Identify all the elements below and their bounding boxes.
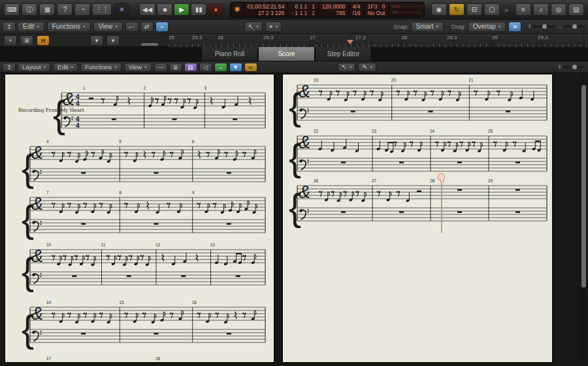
add-folder-button[interactable]: ⊞ <box>20 35 33 46</box>
score-system[interactable]: {&10111213 <box>5 242 274 289</box>
loops-browser-icon[interactable]: ◎ <box>551 3 566 16</box>
single-view-icon[interactable]: — <box>154 63 167 72</box>
score-system[interactable]: {&192021 <box>283 77 552 124</box>
rewind-button[interactable]: ◀◀ <box>139 3 155 16</box>
score-system[interactable]: {&22232425 <box>283 128 552 175</box>
score-page-2[interactable]: {&192021{&22232425{&26272829 <box>283 75 552 362</box>
score-pointer-tool-menu[interactable]: ↖▾ <box>338 63 355 72</box>
lcd-tempo-section[interactable]: 120.0000 786 <box>319 3 349 17</box>
lcd-tempo: 120.0000 <box>322 3 345 10</box>
lcd-midi-section[interactable]: 1F3 0 No Out <box>364 3 389 17</box>
play-button[interactable]: ▶ <box>174 3 189 16</box>
low-latency-icon[interactable]: ▢ <box>484 3 500 16</box>
drag-value: Overlap <box>473 23 496 30</box>
info-icon[interactable]: ⓘ <box>22 3 37 16</box>
score-functions-menu[interactable]: Functions▾ <box>80 63 122 72</box>
tools-icon[interactable]: ✕ <box>114 3 129 16</box>
snap-menu[interactable]: Smart▾ <box>411 22 444 32</box>
svg-text:20: 20 <box>391 78 397 82</box>
ruler-playhead-marker[interactable] <box>347 40 353 44</box>
tracks-functions-menu[interactable]: Functions▾ <box>47 22 91 32</box>
pointer-tool-menu[interactable]: ↖▾ <box>244 22 263 32</box>
svg-text:5: 5 <box>119 139 122 144</box>
link-mode-icon[interactable]: ∞ <box>244 63 257 72</box>
vertical-scrollbar-thumb[interactable] <box>581 85 586 288</box>
score-pencil-tool-menu[interactable]: ✎▾ <box>358 63 376 72</box>
link-icon[interactable]: ⌐· <box>125 22 139 32</box>
toolbar-overflow-chevron[interactable]: » <box>502 6 510 14</box>
track-zoom-menu[interactable]: ▾ <box>106 35 120 46</box>
lcd-time-section[interactable]: 01:00:52:21.54 27 2 3 226 <box>244 3 288 17</box>
lcd-mode-icon[interactable]: ✱ <box>231 3 244 17</box>
media-browser-icon[interactable]: ▤ <box>568 3 584 16</box>
mixer-icon[interactable]: ▦ <box>39 3 55 16</box>
score-playhead-line[interactable] <box>441 179 442 233</box>
tracks-area-toolbar: ↥ Edit▾Functions▾View▾ ⌐·⇄» ↖▾ ⌖▾ Snap: … <box>0 20 588 34</box>
lcd-display[interactable]: ✱ 01:00:52:21.54 27 2 3 226 0 1 1 1 - 1 … <box>230 2 425 18</box>
page-view-icon[interactable]: ▤ <box>184 63 197 72</box>
stop-button[interactable]: ■ <box>157 3 172 16</box>
dial-icon[interactable]: ◔ <box>74 3 90 16</box>
list-editors-icon[interactable]: ≡ <box>515 3 531 16</box>
secondary-tool-menu[interactable]: ⌖▾ <box>265 22 282 32</box>
score-editor-canvas[interactable]: Recording From My Heart {&4444123{&456{&… <box>0 73 588 366</box>
score-system[interactable]: {&4444123 <box>5 85 274 132</box>
waveform-zoom-button[interactable]: ≋ <box>508 22 521 32</box>
ruler-label: 29 <box>492 35 498 41</box>
hide-tracks-button[interactable]: H <box>37 35 50 46</box>
score-layout-menu[interactable]: Layout▾ <box>18 63 50 72</box>
drag-menu[interactable]: Overlap▾ <box>468 22 506 32</box>
note-pads-icon[interactable]: ♪ <box>533 3 549 16</box>
sliders-icon[interactable]: ⋮⋮ <box>92 3 112 16</box>
library-button-group: ⌨ⓘ▦?◔⋮⋮✕ <box>4 3 129 16</box>
pause-button[interactable]: ▮▮ <box>191 3 206 16</box>
bar-ruler[interactable]: 2525.32626.32727.32828.32929.3 <box>169 34 588 47</box>
score-midi-in-button[interactable]: ↥ <box>3 63 16 72</box>
midi-out-icon[interactable]: ◁ <box>199 63 212 72</box>
svg-text:4: 4 <box>76 100 80 107</box>
midi-in-button[interactable]: ↥ <box>3 22 16 32</box>
lcd-locator-section[interactable]: 0 1 1 1 - 1 1 1 1 <box>288 3 319 17</box>
score-system[interactable]: {&456 <box>5 139 274 186</box>
lcd-signature-section[interactable]: 4/4 /16 <box>350 3 365 17</box>
score-system[interactable]: {&789 <box>5 190 274 237</box>
catch-playhead-icon[interactable]: » <box>155 22 169 32</box>
score-icon-group: —≣▤◁→▼∞ <box>154 63 259 72</box>
horizontal-zoom-slider[interactable] <box>563 25 585 27</box>
help-icon[interactable]: ? <box>57 3 73 16</box>
score-edit-menu[interactable]: Edit▾ <box>53 63 78 72</box>
add-track-button[interactable]: + <box>4 35 17 46</box>
record-button[interactable]: ● <box>208 3 223 16</box>
tracks-edit-menu[interactable]: Edit▾ <box>18 22 44 32</box>
svg-text:12: 12 <box>155 242 161 247</box>
vertical-zoom-slider[interactable] <box>533 25 555 27</box>
score-view-menu[interactable]: View▾ <box>124 63 152 72</box>
score-page-1[interactable]: Recording From My Heart {&4444123{&456{&… <box>5 75 274 362</box>
score-playhead-handle[interactable] <box>438 173 445 181</box>
autopunch-icon[interactable]: ⊟ <box>466 3 482 16</box>
vertical-scrollbar[interactable] <box>581 76 587 362</box>
tab-piano-roll[interactable]: Piano Roll <box>201 47 258 61</box>
keyboard-icon[interactable]: ⌨ <box>4 3 20 16</box>
score-system[interactable]: {&26272829 <box>283 178 552 225</box>
mini-horizontal-scrollbar[interactable] <box>141 43 158 46</box>
track-sort-menu[interactable]: ▾ <box>90 35 103 46</box>
tab-score[interactable]: Score <box>258 47 315 61</box>
filter-icon[interactable]: ▼ <box>229 63 242 72</box>
cycle-icon[interactable]: ↻ <box>449 3 465 16</box>
score-system[interactable]: {&1718 <box>5 356 274 362</box>
tab-step-editor[interactable]: Step Editor <box>315 47 372 61</box>
track-header-controls: + ⊞ H ▾ ▾ <box>0 34 169 47</box>
svg-text:&: & <box>31 143 43 163</box>
tuner-icon[interactable]: ◉ <box>431 3 447 16</box>
tracks-view-menu[interactable]: View▾ <box>93 22 123 32</box>
svg-text:8: 8 <box>119 190 122 195</box>
catch-icon[interactable]: → <box>214 63 227 72</box>
score-zoom-slider[interactable] <box>563 66 585 68</box>
cpu-meter-label: CPU <box>392 5 400 8</box>
ruler-label: 27 <box>310 35 316 41</box>
linear-view-icon[interactable]: ≣ <box>169 63 182 72</box>
svg-text:26: 26 <box>314 178 319 183</box>
swap-icon[interactable]: ⇄ <box>140 22 154 32</box>
score-system[interactable]: {&141516 <box>5 299 274 346</box>
